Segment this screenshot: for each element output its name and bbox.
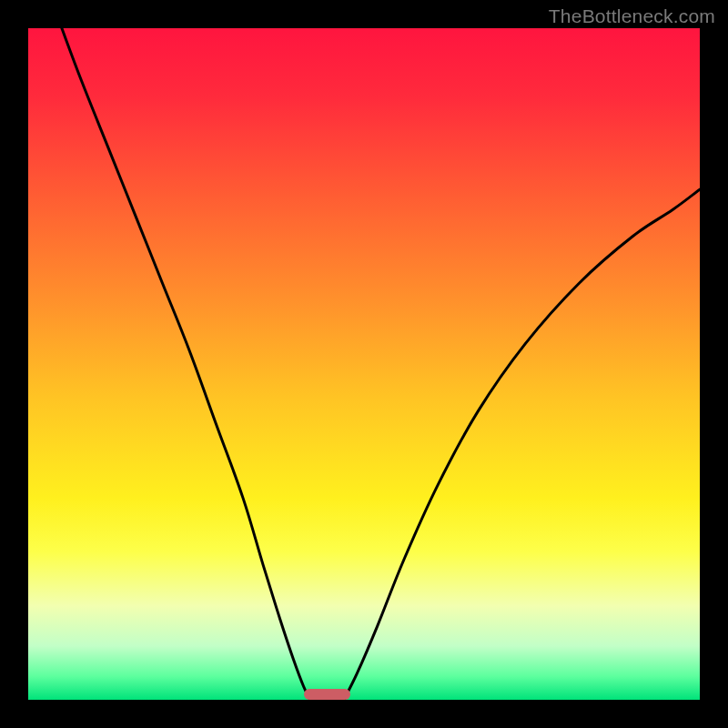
left-curve	[62, 28, 310, 700]
plot-frame	[28, 28, 700, 700]
bottleneck-marker	[304, 689, 351, 700]
right-curve	[344, 189, 700, 700]
curves-layer	[28, 28, 700, 700]
watermark-text: TheBottleneck.com	[549, 5, 715, 27]
